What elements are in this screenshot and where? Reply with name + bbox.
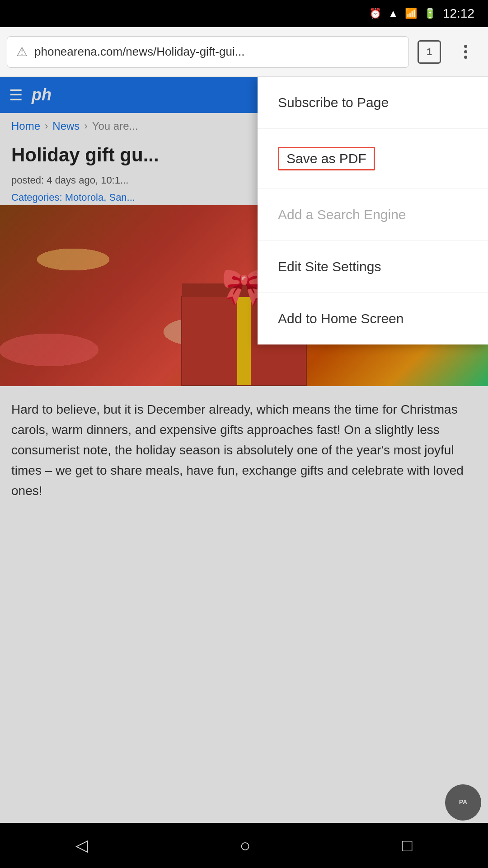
address-bar[interactable]: ⚠ phonearena.com/news/Holiday-gift-gui..… [7,36,409,68]
dropdown-menu: Subscribe to Page Save as PDF Add a Sear… [258,77,488,344]
dot1 [464,45,467,48]
menu-item-edit-site-settings[interactable]: Edit Site Settings [258,241,488,293]
battery-icon: 🔋 [424,8,436,19]
signal-icon: 📶 [405,8,417,19]
menu-item-add-home-screen[interactable]: Add to Home Screen [258,293,488,344]
menu-button[interactable] [450,36,481,68]
save-pdf-label: Save as PDF [278,147,375,170]
page-content: ☰ ph Home › News › You are... Holiday gi… [0,77,488,868]
dot2 [464,50,467,53]
status-icons: ⏰ ▲ 📶 🔋 12:12 [369,6,474,21]
status-bar: ⏰ ▲ 📶 🔋 12:12 [0,0,488,27]
menu-item-subscribe[interactable]: Subscribe to Page [258,77,488,129]
dot3 [464,56,467,59]
status-time: 12:12 [443,6,474,21]
browser-chrome: ⚠ phonearena.com/news/Holiday-gift-gui..… [0,27,488,77]
menu-item-save-pdf[interactable]: Save as PDF [258,129,488,189]
clock-icon: ⏰ [369,8,381,19]
menu-item-add-search-engine[interactable]: Add a Search Engine [258,189,488,241]
warning-icon: ⚠ [16,44,28,59]
tab-badge: 1 [418,40,441,64]
address-text: phonearena.com/news/Holiday-gift-gui... [34,45,399,59]
wifi-icon: ▲ [388,8,398,19]
tab-button[interactable]: 1 [413,36,445,68]
